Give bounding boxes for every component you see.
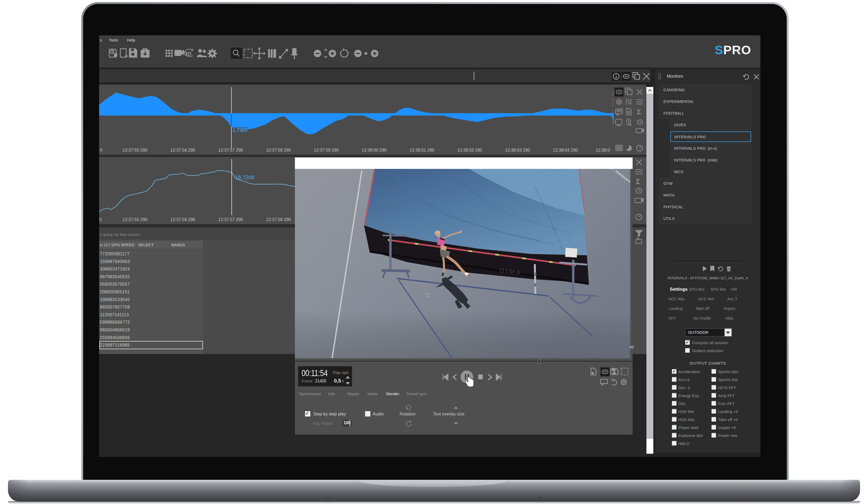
svg-text:3D: 3D: [185, 51, 192, 57]
svg-text:1,7469: 1,7469: [233, 128, 247, 133]
svg-text:Σ: Σ: [637, 108, 641, 116]
svg-text:Σ: Σ: [636, 178, 640, 186]
svg-text:18,7200: 18,7200: [235, 174, 254, 180]
